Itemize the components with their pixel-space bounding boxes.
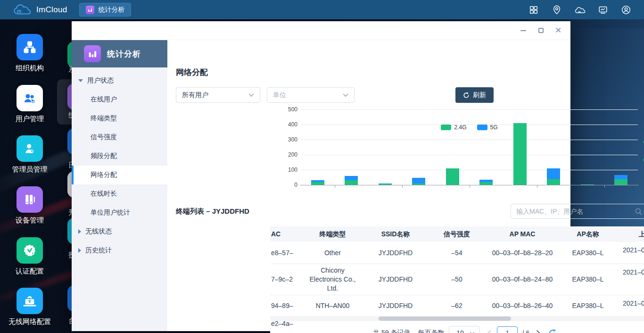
per-page-select[interactable]: 10 (449, 326, 480, 333)
location-icon[interactable] (551, 4, 562, 16)
window-title-bar: ✕ (72, 21, 570, 40)
bar-chart-icon (84, 45, 101, 62)
menu-item[interactable]: 信号强度 (72, 128, 167, 147)
menu-item[interactable]: 在线时长 (72, 184, 167, 203)
menu-group-label: 无线状态 (85, 227, 112, 236)
sidebar-header: 统计分析 (72, 40, 167, 67)
menu-item[interactable]: 频段分配 (72, 147, 167, 166)
table-cell-rssi: –50 (431, 273, 482, 286)
table-cell-ap_mac: 00–03–0f–b8–24–80 (482, 273, 562, 286)
window-main-content: 网络分配 所有用户 单位 刷新 0100200300400500 2.4G5G … (167, 40, 570, 331)
search-field[interactable] (511, 204, 644, 219)
bar-group-3[interactable] (412, 109, 425, 185)
maximize-button[interactable] (537, 27, 545, 34)
close-button[interactable]: ✕ (554, 27, 562, 34)
account-icon[interactable] (620, 4, 632, 16)
bar-segment-2-4g (379, 184, 392, 185)
table-cell-rssi: –62 (431, 300, 482, 312)
per-page-label: 每页条数 (418, 329, 444, 333)
desktop-icon-label: 设备管理 (1, 216, 58, 225)
chevron-down-icon (248, 93, 254, 97)
horizontal-scrollbar-thumb[interactable] (379, 316, 511, 321)
bar-group-4[interactable] (446, 109, 459, 185)
bar-group-5[interactable] (479, 109, 493, 185)
y-axis-tick-label: 100 (279, 166, 297, 173)
table-cell-ssid: JYJDDFHD (360, 300, 431, 312)
desktop-icon-admin[interactable]: 管理员管理 (1, 135, 58, 174)
y-axis-tick-label: 200 (279, 151, 297, 158)
legend-label: 5G (490, 124, 498, 131)
cloud-icon[interactable] (574, 4, 586, 16)
table-cell-mac: e8–57– (270, 247, 305, 259)
page-number-input[interactable] (497, 326, 518, 333)
chevron-down-icon (470, 332, 475, 333)
column-header: 信号强度 (431, 228, 482, 241)
legend-item-5g[interactable]: 5G (477, 124, 498, 131)
table-cell-online: 2021–09– (613, 295, 644, 310)
bar-segment-5g (479, 180, 493, 182)
menu-item-label: 单位用户统计 (91, 208, 130, 217)
legend-swatch (477, 125, 487, 130)
tab-statistics-analysis[interactable]: 统计分析 (79, 3, 131, 17)
desktop-icon-label: 管理员管理 (1, 165, 58, 174)
window-sidebar: 统计分析 用户状态在线用户终端类型信号强度频段分配网络分配在线时长单位用户统计无… (72, 40, 167, 331)
column-header: 上线时间 (613, 226, 644, 241)
legend-item-2-4g[interactable]: 2.4G (441, 124, 466, 131)
table-cell-type: Chicony Electronics Co., Ltd. (305, 264, 360, 295)
bar-segment-2-4g (614, 179, 627, 185)
table-cell-online: 2021–09– (613, 242, 644, 257)
menu-group-1[interactable]: 无线状态 (72, 222, 167, 241)
user-filter-select[interactable]: 所有用户 (176, 87, 260, 103)
reload-table-icon[interactable] (548, 329, 557, 333)
search-input[interactable] (516, 208, 631, 215)
desktop-icon-org-tree[interactable]: 组织机构 (1, 34, 58, 73)
menu-item[interactable]: 终端类型 (72, 109, 167, 128)
column-header: AP MAC (482, 228, 562, 241)
legend-label: 2.4G (454, 124, 466, 131)
minimize-button[interactable] (520, 27, 527, 34)
prev-page-button[interactable] (487, 330, 491, 333)
table-row[interactable]: 7–9c–2Chicony Electronics Co., Ltd.JYJDD… (270, 264, 644, 295)
bar-group-1[interactable] (345, 109, 358, 185)
monitor-chart-icon[interactable] (597, 4, 609, 16)
bar-group-6[interactable] (513, 109, 527, 185)
desktop-icon-wireless-laptop[interactable]: 无线网络配置 (1, 288, 58, 326)
desktop-icon-auth-badge[interactable]: 认证配置 (1, 237, 58, 276)
table-row[interactable]: e8–57–OtherJYJDDFHD–5400–03–0f–b8–28–20E… (270, 242, 644, 264)
y-axis-tick-label: 0 (279, 182, 297, 188)
desktop-icon-device[interactable]: 设备管理 (1, 186, 58, 225)
unit-filter-select[interactable]: 单位 (267, 87, 355, 103)
apps-grid-icon[interactable] (528, 4, 539, 16)
bar-group-9[interactable] (614, 109, 627, 185)
menu-group-0[interactable]: 用户状态 (72, 71, 167, 90)
table-cell-ssid: JYJDDFHD (360, 247, 431, 259)
bar-group-2[interactable] (379, 109, 392, 185)
menu-item[interactable]: 在线用户 (72, 90, 167, 109)
unit-filter-placeholder: 单位 (273, 91, 343, 100)
column-header: AC (270, 228, 305, 241)
chevron-down-icon (343, 93, 348, 97)
network-allocation-chart: 0100200300400500 (167, 106, 570, 200)
search-icon[interactable] (635, 208, 643, 216)
wireless-laptop-icon (17, 288, 43, 314)
x-axis-tick (604, 185, 605, 188)
bar-group-7[interactable] (547, 109, 560, 185)
column-header: 终端类型 (305, 228, 360, 241)
menu-group-2[interactable]: 历史统计 (72, 241, 167, 260)
total-pages: / 6 (522, 329, 529, 333)
table-row[interactable]: 94–89–NTH–AN00JYJDDFHD–6200–03–0f–b8–26–… (270, 295, 644, 317)
horizontal-scrollbar[interactable] (270, 316, 644, 321)
menu-group-label: 历史统计 (85, 246, 112, 255)
table-cell-ap_mac: 00–03–0f–b8–26–40 (482, 300, 562, 312)
bar-group-0[interactable] (311, 109, 324, 185)
bar-group-8[interactable] (581, 109, 594, 185)
logo-text: ImCloud (36, 5, 67, 15)
desktop-icon-users[interactable]: 用户管理 (1, 85, 58, 124)
next-page-button[interactable] (536, 330, 541, 333)
table-cell-ap_mac: 00–03–0f–b8–28–20 (482, 247, 562, 259)
menu-item[interactable]: 单位用户统计 (72, 203, 167, 222)
table-cell-online: 2021–09– (613, 264, 644, 279)
menu-item[interactable]: 网络分配 (72, 166, 167, 184)
refresh-button[interactable]: 刷新 (455, 87, 494, 103)
x-axis-tick (402, 185, 403, 188)
